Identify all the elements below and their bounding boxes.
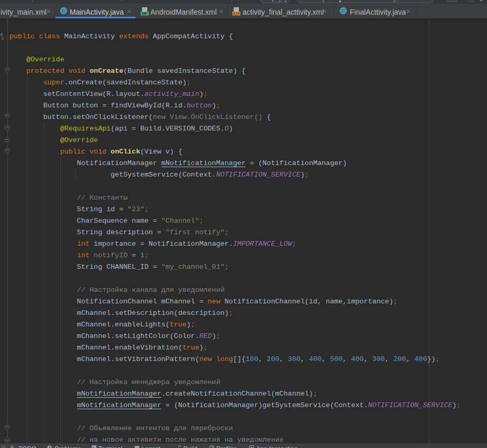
svg-text:MF: MF: [142, 11, 148, 16]
svg-text:</>: </>: [233, 12, 240, 16]
svg-text:C: C: [62, 8, 65, 14]
svg-text:C: C: [341, 8, 345, 14]
